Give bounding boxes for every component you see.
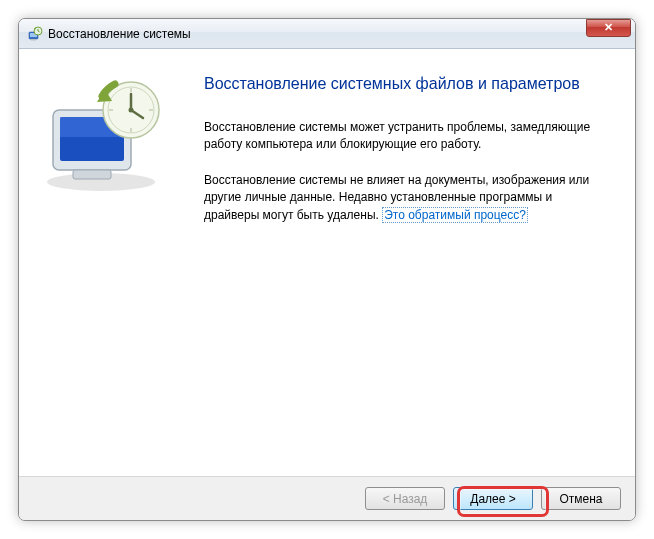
paragraph-2: Восстановление системы не влияет на доку… (204, 172, 607, 224)
left-pane (19, 49, 194, 476)
page-heading: Восстановление системных файлов и параме… (204, 75, 607, 93)
reversible-process-link[interactable]: Это обратимый процесс? (382, 207, 528, 223)
close-button[interactable]: ✕ (586, 19, 631, 37)
next-button[interactable]: Далее > (453, 487, 533, 510)
back-button: < Назад (365, 487, 445, 510)
close-icon: ✕ (604, 22, 613, 33)
restore-graphic (39, 74, 169, 194)
system-restore-icon (27, 26, 43, 42)
svg-rect-8 (73, 170, 111, 179)
right-pane: Восстановление системных файлов и параме… (194, 49, 635, 476)
paragraph-1: Восстановление системы может устранить п… (204, 119, 607, 154)
button-bar: < Назад Далее > Отмена (19, 476, 635, 520)
titlebar: Восстановление системы ✕ (19, 19, 635, 49)
svg-rect-2 (31, 39, 36, 41)
content-area: Восстановление системных файлов и параме… (19, 49, 635, 476)
cancel-button[interactable]: Отмена (541, 487, 621, 510)
wizard-window: Восстановление системы ✕ (18, 18, 636, 521)
window-title: Восстановление системы (48, 27, 586, 41)
svg-point-17 (129, 108, 134, 113)
